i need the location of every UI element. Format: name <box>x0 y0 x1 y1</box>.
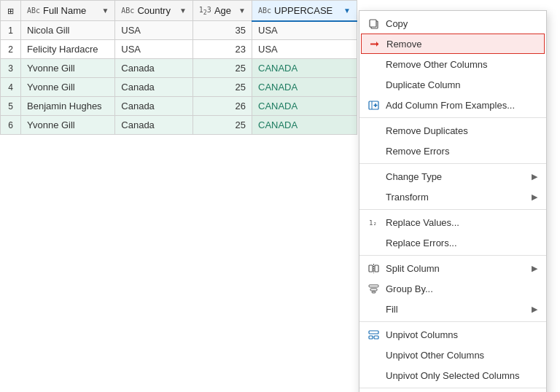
svg-rect-16 <box>369 336 373 339</box>
table-row: 5 Benjamin Hughes Canada 26 CANADA <box>1 97 357 116</box>
group-by-label: Group By... <box>386 283 537 294</box>
table-row: 3 Yvonne Gill Canada 25 CANADA <box>1 59 357 78</box>
separator-4 <box>359 255 546 256</box>
copy-icon <box>367 17 380 30</box>
unpivot-other-label: Unpivot Other Columns <box>386 350 537 361</box>
row-num-5: 5 <box>1 97 21 116</box>
menu-item-remove-other[interactable]: Remove Other Columns <box>359 54 546 74</box>
no-icon-7 <box>367 236 380 249</box>
menu-item-unpivot-selected[interactable]: Unpivot Only Selected Columns <box>359 365 546 385</box>
menu-item-split-col[interactable]: Split Column ▶ <box>359 258 546 278</box>
type-icon-full-name: ABc <box>27 7 40 15</box>
svg-rect-10 <box>375 265 378 272</box>
duplicate-label: Duplicate Column <box>386 79 537 90</box>
col-header-country[interactable]: ABc Country ▼ <box>115 1 192 21</box>
table-row: 4 Yvonne Gill Canada 25 CANADA <box>1 78 357 97</box>
cell-name-3: Yvonne Gill <box>21 59 115 78</box>
cell-name-1: Nicola Gill <box>21 21 115 40</box>
remove-other-label: Remove Other Columns <box>386 59 537 70</box>
arrow-fill: ▶ <box>532 305 537 314</box>
cell-name-4: Yvonne Gill <box>21 78 115 97</box>
fill-label: Fill <box>386 304 526 315</box>
no-icon-1 <box>367 58 380 71</box>
arrow-split: ▶ <box>532 264 537 273</box>
filter-icon-age[interactable]: ▼ <box>238 7 246 15</box>
row-num-1: 1 <box>1 21 21 40</box>
cell-upper-2: USA <box>252 40 357 59</box>
col-header-full-name[interactable]: ABc Full Name ▼ <box>21 1 115 21</box>
col-label-full-name: Full Name <box>43 5 86 16</box>
menu-item-replace-errors[interactable]: Replace Errors... <box>359 232 546 253</box>
cell-name-5: Benjamin Hughes <box>21 97 115 116</box>
col-header-age[interactable]: 123 Age ▼ <box>192 1 252 21</box>
no-icon-2 <box>367 78 380 91</box>
menu-item-add-column[interactable]: Add Column From Examples... <box>359 95 546 115</box>
type-icon-uppercase: ABc <box>258 7 271 15</box>
cell-age-4: 25 <box>192 78 252 97</box>
separator-6 <box>359 388 546 388</box>
cell-country-6: Canada <box>115 116 192 135</box>
cell-age-2: 23 <box>192 40 252 59</box>
row-num-6: 6 <box>1 116 21 135</box>
remove-icon <box>368 37 381 50</box>
cell-age-6: 25 <box>192 116 252 135</box>
remove-dupes-label: Remove Duplicates <box>386 125 537 136</box>
replace-values-label: Replace Values... <box>386 217 537 228</box>
context-menu: Copy Remove Remove Other Columns Duplica… <box>359 10 547 392</box>
arrow-transform: ▶ <box>532 192 537 202</box>
menu-item-remove-errors[interactable]: Remove Errors <box>359 141 546 161</box>
svg-rect-13 <box>370 289 377 291</box>
menu-item-transform[interactable]: Transform ▶ <box>359 187 546 207</box>
row-num-2: 2 <box>1 40 21 59</box>
unpivot-label: Unpivot Columns <box>386 329 537 340</box>
add-column-icon <box>367 98 380 111</box>
change-type-label: Change Type <box>386 171 526 182</box>
menu-item-unpivot[interactable]: Unpivot Columns <box>359 324 546 345</box>
row-num-3: 3 <box>1 59 21 78</box>
cell-name-2: Felicity Hardacre <box>21 40 115 59</box>
menu-item-copy[interactable]: Copy <box>359 13 546 34</box>
cell-country-2: USA <box>115 40 192 59</box>
menu-item-unpivot-other[interactable]: Unpivot Other Columns <box>359 345 546 365</box>
menu-item-change-type[interactable]: Change Type ▶ <box>359 166 546 187</box>
filter-icon-uppercase[interactable]: ▼ <box>343 7 351 15</box>
col-label-country: Country <box>137 5 171 16</box>
type-icon-age: 123 <box>199 6 211 16</box>
menu-item-remove[interactable]: Remove <box>361 34 545 54</box>
split-column-icon <box>367 262 380 275</box>
remove-errors-label: Remove Errors <box>386 146 537 157</box>
svg-rect-12 <box>369 285 378 287</box>
menu-item-replace-values[interactable]: 1₂ Replace Values... <box>359 212 546 232</box>
remove-label: Remove <box>386 39 537 50</box>
data-table: ⊞ ABc Full Name ▼ ABc Country ▼ <box>0 0 357 135</box>
type-icon-country: ABc <box>121 7 134 15</box>
filter-icon-full-name[interactable]: ▼ <box>101 7 109 15</box>
cell-upper-3: CANADA <box>252 59 357 78</box>
copy-label: Copy <box>386 18 537 29</box>
cell-country-4: Canada <box>115 78 192 97</box>
no-icon-5 <box>367 170 380 183</box>
cell-name-6: Yvonne Gill <box>21 116 115 135</box>
cell-age-1: 35 <box>192 21 252 40</box>
table-row: 6 Yvonne Gill Canada 25 CANADA <box>1 116 357 135</box>
arrow-change-type: ▶ <box>532 172 537 181</box>
col-label-age: Age <box>214 5 231 16</box>
cell-age-5: 26 <box>192 97 252 116</box>
menu-item-duplicate[interactable]: Duplicate Column <box>359 74 546 95</box>
separator-5 <box>359 321 546 322</box>
separator-2 <box>359 163 546 164</box>
menu-item-remove-dupes[interactable]: Remove Duplicates <box>359 120 546 141</box>
transform-label: Transform <box>386 192 526 203</box>
group-by-icon <box>367 282 380 295</box>
menu-item-fill[interactable]: Fill ▶ <box>359 299 546 319</box>
cell-upper-1: USA <box>252 21 357 40</box>
filter-icon-country[interactable]: ▼ <box>179 7 187 15</box>
svg-rect-9 <box>369 265 373 272</box>
cell-upper-6: CANADA <box>252 116 357 135</box>
cell-upper-4: CANADA <box>252 78 357 97</box>
no-icon-10 <box>367 369 380 382</box>
row-num-4: 4 <box>1 78 21 97</box>
menu-item-group-by[interactable]: Group By... <box>359 278 546 299</box>
col-header-uppercase[interactable]: ABc UPPERCASE ▼ <box>252 1 357 21</box>
no-icon-9 <box>367 348 380 361</box>
